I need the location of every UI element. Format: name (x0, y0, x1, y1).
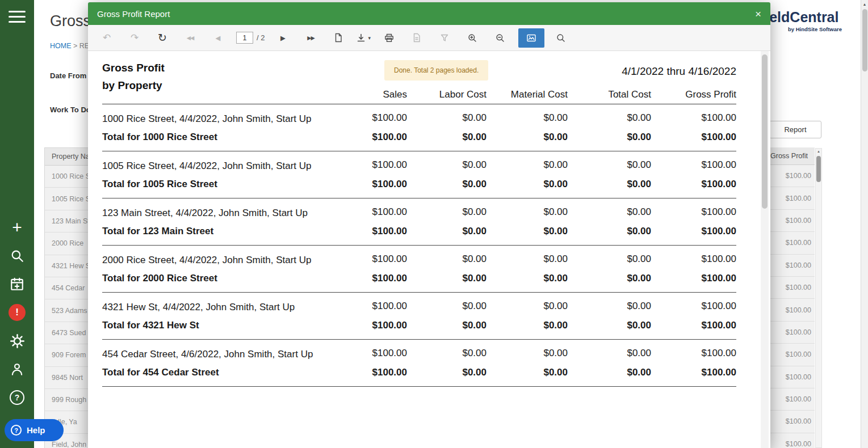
gross-profit-cell: $100.00 (769, 299, 815, 321)
report-column-header: Sales (329, 89, 407, 100)
report-total-value: $0.00 (487, 320, 568, 331)
report-detail-value: $100.00 (651, 348, 736, 359)
gross-profit-cell: $100.00 (769, 433, 815, 448)
download-button[interactable]: ▾ (357, 33, 371, 43)
report-total-value: $0.00 (407, 179, 487, 190)
report-detail-value: $0.00 (487, 206, 568, 218)
report-scrollbar-thumb[interactable] (762, 54, 768, 209)
report-column-header: Gross Profit (651, 89, 736, 100)
report-total-row: Total for 1000 Rice Street$100.00$0.00$0… (102, 132, 736, 151)
report-total-value: $100.00 (651, 226, 736, 237)
report-detail-value: $100.00 (651, 253, 736, 265)
report-detail-label: 1005 Rice Street, 4/4/2022, John Smith, … (102, 159, 329, 172)
table-scroll-up-icon[interactable]: ▲ (816, 150, 821, 153)
undo-icon[interactable]: ↶ (97, 28, 116, 48)
status-message: Done. Total 2 pages loaded. (384, 60, 488, 81)
gross-profit-cell: $100.00 (769, 165, 815, 187)
date-from-label: Date From (50, 71, 86, 80)
report-total-value: $0.00 (487, 273, 568, 284)
table-scrollbar-thumb[interactable] (816, 156, 821, 182)
help-circle-button[interactable]: ? (9, 389, 26, 406)
next-page-icon[interactable]: ▶ (273, 28, 292, 48)
table-scrollbar[interactable]: ▲ (815, 148, 822, 448)
breadcrumb-home-link[interactable]: HOME (50, 42, 72, 50)
modal-title: Gross Profit Report (97, 9, 170, 19)
refresh-icon[interactable]: ↻ (153, 28, 172, 48)
report-detail-value: $0.00 (407, 159, 487, 171)
gross-profit-cell: $100.00 (769, 411, 815, 433)
report-total-value: $0.00 (568, 132, 651, 143)
page-layout-button[interactable] (518, 28, 544, 48)
alerts-button[interactable]: ! (9, 304, 26, 321)
sidebar-icons: + ! ? (0, 219, 34, 406)
gross-profit-cell: $100.00 (769, 210, 815, 232)
report-total-label: Total for 4321 Hew St (102, 320, 329, 331)
report-total-row: Total for 2000 Rice Street$100.00$0.00$0… (102, 273, 736, 293)
search-icon (10, 248, 24, 263)
report-detail-row: 1000 Rice Street, 4/4/2022, John Smith, … (102, 104, 736, 125)
previous-page-icon[interactable]: ◀ (208, 28, 228, 48)
report-detail-row: 1005 Rice Street, 4/4/2022, John Smith, … (102, 151, 736, 172)
gear-icon (10, 333, 25, 349)
add-button[interactable]: + (9, 219, 26, 236)
zoom-out-button[interactable] (490, 28, 510, 48)
menu-icon[interactable] (9, 11, 26, 23)
report-total-value: $100.00 (329, 179, 407, 190)
gross-profit-cell: $100.00 (769, 187, 815, 209)
account-button[interactable] (9, 361, 26, 378)
page-count-label: / 2 (257, 33, 265, 42)
single-page-view-button[interactable] (329, 28, 348, 48)
question-icon: ? (10, 390, 24, 405)
report-total-label: Total for 1005 Rice Street (102, 179, 329, 190)
report-detail-label: 2000 Rice Street, 4/4/2022, John Smith, … (102, 253, 329, 267)
report-total-value: $0.00 (407, 320, 487, 331)
close-icon[interactable]: × (755, 9, 761, 19)
page-scrollbar-thumb[interactable] (862, 9, 867, 71)
report-detail-row: 123 Main Street, 4/4/2022, John Smith, S… (102, 198, 736, 219)
report-total-value: $100.00 (329, 367, 407, 378)
report-toolbar: ↶ ↷ ↻ ◀◀ ◀ / 2 ▶ ▶▶ ▾ (88, 25, 770, 51)
help-button[interactable]: ? Help (5, 419, 64, 441)
report-detail-value: $0.00 (487, 112, 568, 124)
download-options-caret-icon: ▾ (368, 35, 371, 41)
redo-icon[interactable]: ↷ (125, 28, 144, 48)
report-detail-value: $100.00 (329, 348, 407, 359)
plus-icon: + (12, 219, 22, 235)
page-scrollbar[interactable]: ▲ (861, 0, 868, 448)
gross-profit-report-modal: Gross Profit Report × ↶ ↷ ↻ ◀◀ ◀ / 2 ▶ ▶… (88, 2, 770, 448)
settings-button[interactable] (9, 332, 26, 349)
breadcrumb-separator: > (73, 42, 77, 50)
page-scroll-up-icon[interactable]: ▲ (861, 2, 868, 6)
report-detail-value: $100.00 (329, 206, 407, 218)
report-total-value: $100.00 (329, 273, 407, 284)
page-number-input[interactable] (236, 32, 253, 44)
printer-icon (384, 33, 394, 43)
report-scrollbar[interactable] (761, 51, 769, 448)
report-total-value: $100.00 (651, 179, 736, 190)
zoom-in-button[interactable] (463, 28, 482, 48)
report-button[interactable]: Report (769, 121, 821, 138)
report-detail-value: $100.00 (651, 206, 736, 218)
report-detail-value: $0.00 (407, 206, 487, 218)
report-detail-value: $0.00 (568, 112, 651, 124)
schedule-add-button[interactable] (9, 276, 26, 293)
report-detail-row: 454 Cedar Street, 4/6/2022, John Smith, … (102, 340, 736, 361)
report-column-headers: SalesLabor CostMaterial CostTotal CostGr… (329, 89, 736, 100)
zoom-out-icon (496, 33, 505, 43)
search-button-sidebar[interactable] (9, 247, 26, 264)
report-detail-label: 454 Cedar Street, 4/6/2022, John Smith, … (102, 348, 329, 361)
search-button[interactable] (551, 28, 571, 48)
first-page-icon[interactable]: ◀◀ (181, 28, 200, 48)
zoom-in-icon (468, 33, 477, 43)
last-page-icon[interactable]: ▶▶ (301, 28, 320, 48)
report-total-value: $0.00 (487, 132, 568, 143)
report-detail-value: $100.00 (651, 301, 736, 312)
report-detail-value: $100.00 (651, 159, 736, 171)
modal-header: Gross Profit Report × (88, 2, 770, 25)
gross-profit-cell: $100.00 (769, 388, 815, 411)
export-document-button[interactable] (407, 28, 426, 48)
filter-button[interactable] (435, 28, 454, 48)
gross-profit-cell: $100.00 (769, 255, 815, 277)
print-button[interactable] (379, 28, 399, 48)
report-total-label: Total for 2000 Rice Street (102, 273, 329, 284)
